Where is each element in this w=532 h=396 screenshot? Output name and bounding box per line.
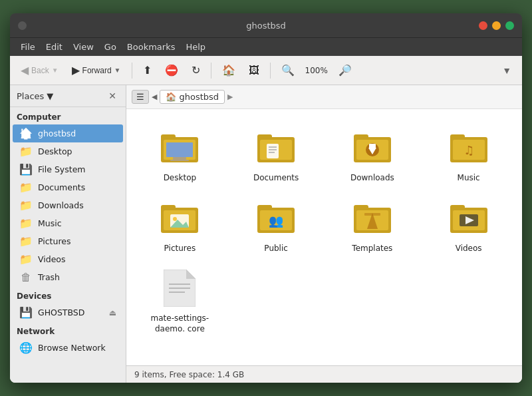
sidebar-item-documents[interactable]: 📁 Documents [13,178,123,196]
forward-dropdown-icon[interactable]: ▼ [114,67,121,74]
up-icon: ⬆ [143,64,152,77]
folder-icon: 📁 [19,235,33,248]
list-item[interactable]: ♫ Music [420,120,517,190]
eject-icon[interactable]: ⏏ [109,308,116,317]
breadcrumb-home[interactable]: 🏠 ghostbsd [160,90,225,104]
svg-text:♫: ♫ [464,143,474,157]
sidebar-close-button[interactable]: ✕ [106,89,119,102]
desktop-label: Desktop [164,173,197,184]
network-icon: 🌐 [19,341,33,354]
forward-label: Forward [82,66,112,75]
list-item[interactable]: Videos [420,190,517,261]
music-folder-icon: ♫ [448,126,490,169]
sidebar-item-music-label: Music [38,218,62,228]
up-button[interactable]: ⬆ [138,61,157,79]
desktop-folder-icon [158,126,201,169]
toolbar-separator-1 [132,63,132,79]
svg-text:👥: 👥 [269,214,284,228]
toolbar: ◀ Back ▼ ▶ Forward ▼ ⬆ ⛔ ↻ 🏠 🖼 🔍 100% [10,56,522,85]
minimize-button[interactable] [492,21,501,30]
list-item[interactable]: Downloads [325,120,421,190]
titlebar: ghostbsd [10,13,522,37]
computer-icon: 🖼 [249,65,259,77]
view-options-icon: ▼ [502,65,511,76]
computer-button[interactable]: 🖼 [243,62,265,79]
sidebar-item-browse-network[interactable]: 🌐 Browse Network [13,339,123,357]
zoom-out-button[interactable]: 🔍 [276,61,300,79]
menu-edit[interactable]: Edit [41,39,68,55]
close-button-left[interactable] [18,21,27,30]
folder-icon: 📁 [19,181,33,194]
public-label: Public [264,244,288,254]
list-item[interactable]: 👥 Public [228,190,325,261]
svg-marker-44 [186,270,196,279]
downloads-label: Downloads [350,173,394,184]
zoom-out-icon: 🔍 [281,64,295,77]
maximize-button[interactable] [505,21,514,30]
sidebar-item-filesystem[interactable]: 💾 File System [13,160,123,178]
templates-folder-icon [351,197,394,240]
breadcrumb-home-label: ghostbsd [179,92,219,102]
places-dropdown[interactable]: Places ▼ [17,91,53,101]
sidebar-item-ghostbsd-device-label: GHOSTBSD [38,307,84,317]
breadcrumb-home-icon: 🏠 [166,92,176,102]
menu-bookmarks[interactable]: Bookmarks [122,39,181,55]
places-label: Places [17,91,44,101]
sidebar-item-downloads[interactable]: 📁 Downloads [13,196,123,214]
sidebar-item-ghostbsd-label: ghostbsd [38,128,76,138]
refresh-button[interactable]: ↻ [186,61,205,79]
window-title: ghostbsd [246,21,286,31]
forward-button[interactable]: ▶ Forward ▼ [66,61,126,79]
folder-icon: 📁 [19,253,33,266]
view-options-button[interactable]: ▼ [497,63,517,79]
templates-label: Templates [352,244,392,254]
folder-icon: 📁 [19,199,33,212]
back-button[interactable]: ◀ Back ▼ [15,61,64,79]
videos-folder-icon [448,197,490,240]
back-dropdown-icon[interactable]: ▼ [52,67,59,74]
places-dropdown-icon: ▼ [47,91,53,101]
menu-file[interactable]: File [15,39,41,55]
section-label-computer: Computer [10,107,126,124]
svg-rect-37 [364,213,380,216]
sidebar-item-ghostbsd[interactable]: 🏠 ghostbsd [13,124,123,142]
documents-folder-icon [255,126,297,169]
menu-go[interactable]: Go [99,39,122,55]
statusbar-text: 9 items, Free space: 1.4 GB [134,370,244,379]
close-button[interactable] [479,21,487,30]
sidebar-item-pictures[interactable]: 📁 Pictures [13,232,123,250]
zoom-in-button[interactable]: 🔎 [333,61,357,79]
toolbar-separator-3 [270,63,271,79]
svg-rect-4 [173,157,186,160]
zoom-level: 100% [303,66,331,75]
list-item[interactable]: mate-settings-daemo. core [132,260,228,341]
list-item[interactable]: Desktop [132,120,228,190]
menu-help[interactable]: Help [180,39,211,55]
sidebar-item-ghostbsd-device[interactable]: 💾 GHOSTBSD ⏏ [13,303,123,321]
list-item[interactable]: Documents [228,120,325,190]
home-button[interactable]: 🏠 [217,61,241,79]
breadcrumb-right-arrow[interactable]: ▶ [227,93,233,101]
sidebar-header: Places ▼ ✕ [10,85,126,107]
svg-rect-3 [166,142,193,157]
breadcrumb-left-arrow[interactable]: ◀ [152,93,157,101]
pictures-label: Pictures [164,244,196,254]
breadcrumb-toggle[interactable]: ☰ [132,90,149,104]
window-controls-right [479,21,514,30]
home-icon: 🏠 [19,127,33,140]
stop-icon: ⛔ [165,64,178,77]
sidebar-item-pictures-label: Pictures [38,236,71,246]
sidebar-item-videos-label: Videos [38,254,66,264]
stop-button[interactable]: ⛔ [160,61,184,79]
list-item[interactable]: Templates [325,190,421,261]
sidebar-item-desktop[interactable]: 📁 Desktop [13,142,123,160]
menubar: File Edit View Go Bookmarks Help [10,37,522,56]
list-item[interactable]: Pictures [132,190,228,261]
sidebar-item-music[interactable]: 📁 Music [13,214,123,232]
file-manager-window: ghostbsd File Edit View Go Bookmarks Hel… [10,13,522,383]
menu-view[interactable]: View [68,39,99,55]
sidebar: Places ▼ ✕ Computer 🏠 ghostbsd 📁 Desktop… [10,85,126,383]
sidebar-item-videos[interactable]: 📁 Videos [13,250,123,268]
file-grid: Desktop D [126,109,522,365]
sidebar-item-trash[interactable]: 🗑 Trash [13,268,123,286]
